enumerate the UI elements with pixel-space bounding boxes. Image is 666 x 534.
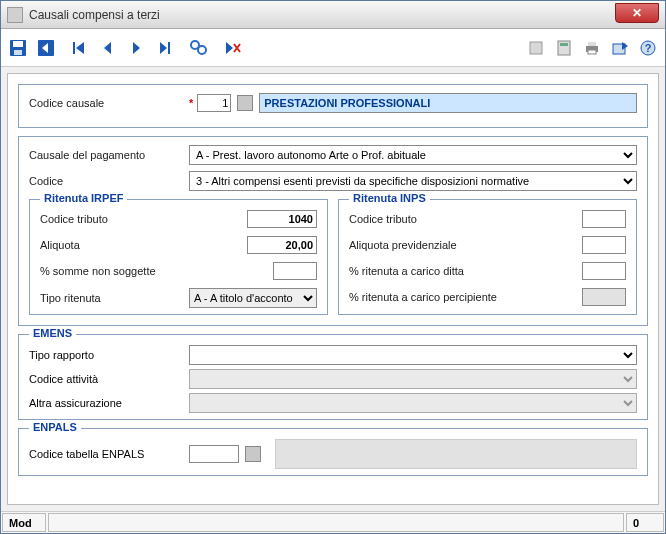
main-window: Causali compensi a terzi ✕: [0, 0, 666, 534]
codice-causale-input[interactable]: [197, 94, 231, 112]
first-icon[interactable]: [69, 37, 91, 59]
emens-codice-attivita-label: Codice attività: [29, 373, 189, 385]
save-icon[interactable]: [7, 37, 29, 59]
close-button[interactable]: ✕: [615, 3, 659, 23]
svg-rect-5: [168, 42, 170, 54]
content-area: Codice causale * Causale del pagamento A…: [7, 73, 659, 505]
app-icon: [7, 7, 23, 23]
svg-rect-13: [588, 50, 596, 54]
inps-pct-ditta-input[interactable]: [582, 262, 626, 280]
inps-pct-ditta-label: % ritenuta a carico ditta: [349, 265, 582, 277]
causale-pagamento-label: Causale del pagamento: [29, 149, 189, 161]
description-input[interactable]: [259, 93, 637, 113]
help-icon[interactable]: ?: [637, 37, 659, 59]
print-icon[interactable]: [581, 37, 603, 59]
titlebar: Causali compensi a terzi ✕: [1, 1, 665, 29]
notes-icon[interactable]: [525, 37, 547, 59]
delete-icon[interactable]: [221, 37, 243, 59]
enpals-legend: ENPALS: [29, 421, 81, 433]
status-right: 0: [626, 513, 664, 532]
inps-codice-tributo-input[interactable]: [582, 210, 626, 228]
irpef-tipo-ritenuta-label: Tipo ritenuta: [40, 292, 189, 304]
irpef-aliquota-input[interactable]: [247, 236, 317, 254]
svg-rect-1: [13, 41, 23, 47]
svg-rect-4: [73, 42, 75, 54]
enpals-codice-input[interactable]: [189, 445, 239, 463]
back-icon[interactable]: [35, 37, 57, 59]
status-mode: Mod: [2, 513, 46, 532]
irpef-pct-non-soggette-label: % somme non soggette: [40, 265, 273, 277]
irpef-tipo-ritenuta-select[interactable]: A - A titolo d'acconto: [189, 288, 317, 308]
svg-rect-12: [588, 42, 596, 46]
inps-codice-tributo-label: Codice tributo: [349, 213, 582, 225]
ritenuta-irpef-panel: Ritenuta IRPEF Codice tributo Aliquota %…: [29, 199, 328, 315]
inps-legend: Ritenuta INPS: [349, 192, 430, 204]
inps-aliquota-prev-label: Aliquota previdenziale: [349, 239, 582, 251]
emens-tipo-rapporto-label: Tipo rapporto: [29, 349, 189, 361]
irpef-legend: Ritenuta IRPEF: [40, 192, 127, 204]
enpals-codice-label: Codice tabella ENPALS: [29, 448, 189, 460]
emens-tipo-rapporto-select[interactable]: [189, 345, 637, 365]
next-icon[interactable]: [125, 37, 147, 59]
emens-panel: EMENS Tipo rapporto Codice attività Altr…: [18, 334, 648, 420]
irpef-codice-tributo-input[interactable]: [247, 210, 317, 228]
codice-label: Codice: [29, 175, 189, 187]
search-icon[interactable]: [187, 37, 209, 59]
calc-icon[interactable]: [553, 37, 575, 59]
codice-select[interactable]: 3 - Altri compensi esenti previsti da sp…: [189, 171, 637, 191]
svg-rect-10: [560, 43, 568, 46]
required-marker: *: [189, 97, 193, 109]
inps-pct-percipiente-input: [582, 288, 626, 306]
irpef-codice-tributo-label: Codice tributo: [40, 213, 247, 225]
enpals-readonly-area: [275, 439, 637, 469]
window-title: Causali compensi a terzi: [29, 8, 160, 22]
inps-pct-percipiente-label: % ritenuta a carico percipiente: [349, 291, 582, 303]
irpef-aliquota-label: Aliquota: [40, 239, 247, 251]
prev-icon[interactable]: [97, 37, 119, 59]
lookup-button[interactable]: [237, 95, 253, 111]
ritenuta-inps-panel: Ritenuta INPS Codice tributo Aliquota pr…: [338, 199, 637, 315]
svg-point-7: [198, 46, 206, 54]
inps-aliquota-prev-input[interactable]: [582, 236, 626, 254]
irpef-pct-non-soggette-input[interactable]: [273, 262, 317, 280]
emens-legend: EMENS: [29, 327, 76, 339]
status-message: [48, 513, 624, 532]
svg-rect-2: [14, 50, 22, 55]
svg-text:?: ?: [645, 42, 652, 54]
emens-altra-assicurazione-label: Altra assicurazione: [29, 397, 189, 409]
enpals-lookup-button[interactable]: [245, 446, 261, 462]
last-icon[interactable]: [153, 37, 175, 59]
codice-causale-label: Codice causale: [29, 97, 189, 109]
causale-pagamento-select[interactable]: A - Prest. lavoro autonomo Arte o Prof. …: [189, 145, 637, 165]
emens-codice-attivita-select: [189, 369, 637, 389]
svg-rect-8: [530, 42, 542, 54]
toolbar: ?: [1, 29, 665, 67]
emens-altra-assicurazione-select: [189, 393, 637, 413]
statusbar: Mod 0: [1, 511, 665, 533]
enpals-panel: ENPALS Codice tabella ENPALS: [18, 428, 648, 476]
export-icon[interactable]: [609, 37, 631, 59]
